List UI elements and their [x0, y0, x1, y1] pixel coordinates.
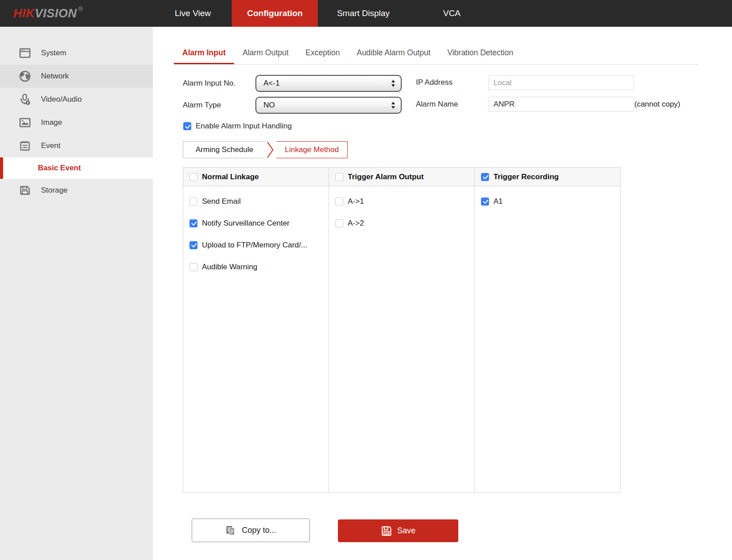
- linkage-table-body: Send Email Notify Surveillance Center Up…: [183, 186, 620, 492]
- notepad-icon: [19, 140, 31, 152]
- row-label: A1: [493, 197, 503, 206]
- header-label: Trigger Alarm Output: [348, 173, 424, 181]
- ip-address-label: IP Address: [416, 74, 452, 91]
- registered-mark: ®: [78, 5, 83, 12]
- alarm-type-select[interactable]: NO: [255, 97, 402, 114]
- enable-alarm-input-handling-row: Enable Alarm Input Handling: [183, 122, 292, 131]
- row-label: Send Email: [202, 197, 241, 206]
- a2-output-checkbox[interactable]: [335, 219, 343, 227]
- sidebar-item-storage[interactable]: Storage: [0, 179, 153, 202]
- a1-recording-checkbox[interactable]: [481, 198, 489, 206]
- alarm-tabbar: Alarm Input Alarm Output Exception Audib…: [174, 42, 699, 65]
- logo-vision: VISION: [35, 7, 77, 21]
- row-audible-warning: Audible Warning: [183, 256, 329, 278]
- select-stepper-icon: [391, 101, 395, 109]
- sidebar-label: Network: [41, 72, 69, 81]
- system-window-icon: [19, 47, 31, 59]
- row-label: A->2: [348, 219, 364, 228]
- enable-alarm-input-handling-checkbox[interactable]: [183, 122, 191, 130]
- row-a2-output: A->2: [329, 212, 474, 234]
- row-label: Notify Surveillance Center: [202, 219, 290, 228]
- sidebar-item-video-audio[interactable]: Video/Audio: [0, 88, 153, 111]
- sidebar-item-system[interactable]: System: [0, 41, 153, 65]
- alarm-name-label: Alarm Name: [416, 96, 458, 113]
- linkage-table-header: Normal Linkage Trigger Alarm Output Trig…: [183, 168, 620, 186]
- row-notify-surveillance-center: Notify Surveillance Center: [183, 212, 329, 234]
- sidebar-label: Event: [41, 141, 60, 150]
- notify-surveillance-center-checkbox[interactable]: [189, 219, 197, 227]
- audible-warning-checkbox[interactable]: [189, 263, 197, 271]
- save-label: Save: [397, 526, 415, 535]
- alarm-type-label: Alarm Type: [183, 97, 221, 114]
- subtab-linkage-method[interactable]: Linkage Method: [276, 141, 348, 158]
- sidebar-label: System: [41, 49, 66, 58]
- header-trigger-recording: Trigger Recording: [475, 168, 620, 186]
- nav-vca[interactable]: VCA: [409, 0, 495, 27]
- cannot-copy-note: (cannot copy): [634, 97, 680, 111]
- normal-linkage-checkbox[interactable]: [189, 173, 197, 181]
- logo-hik: HIK: [13, 7, 35, 21]
- alarm-name-input[interactable]: [489, 97, 634, 111]
- a1-output-checkbox[interactable]: [335, 198, 343, 206]
- sidebar-item-image[interactable]: Image: [0, 111, 153, 134]
- trigger-recording-checkbox[interactable]: [481, 173, 489, 181]
- row-upload-to-ftp: Upload to FTP/Memory Card/...: [183, 234, 329, 256]
- microphone-icon: [19, 93, 31, 106]
- sidebar-item-event[interactable]: Event: [0, 134, 153, 157]
- nav-smart-display[interactable]: Smart Display: [318, 0, 409, 27]
- floppy-disk-icon: [19, 184, 31, 197]
- alarm-input-no-value: A<-1: [263, 79, 391, 88]
- chevron-right-icon: [266, 141, 276, 158]
- globe-icon: [19, 70, 31, 82]
- header-label: Trigger Recording: [493, 173, 559, 181]
- enable-alarm-input-handling-label: Enable Alarm Input Handling: [196, 122, 292, 131]
- row-label: Upload to FTP/Memory Card/...: [202, 241, 307, 250]
- sidebar-label: Video/Audio: [41, 95, 82, 104]
- row-a1-output: A->1: [329, 190, 474, 212]
- header-trigger-alarm-output: Trigger Alarm Output: [329, 168, 475, 186]
- upload-to-ftp-checkbox[interactable]: [189, 241, 197, 249]
- trigger-alarm-output-column: A->1 A->2: [329, 186, 475, 492]
- row-label: A->1: [348, 197, 364, 206]
- trigger-recording-column: A1: [475, 186, 620, 492]
- nav-live-view[interactable]: Live View: [154, 0, 232, 27]
- alarm-input-no-select[interactable]: A<-1: [255, 75, 402, 92]
- hikvision-config-page: HIKVISION® Live View Configuration Smart…: [0, 0, 732, 560]
- copy-icon: [225, 525, 237, 536]
- top-nav: HIKVISION® Live View Configuration Smart…: [0, 0, 732, 27]
- ip-address-input[interactable]: [489, 75, 634, 90]
- tab-alarm-output[interactable]: Alarm Output: [234, 42, 297, 64]
- sidebar: System Network Video/Audio Image Event: [0, 27, 153, 560]
- sidebar-label: Storage: [41, 186, 68, 195]
- tab-vibration-detection[interactable]: Vibration Detection: [439, 42, 522, 64]
- image-icon: [19, 116, 31, 129]
- save-icon: [381, 525, 392, 537]
- schedule-linkage-subtabs: Arming Schedule Linkage Method: [183, 141, 348, 158]
- hikvision-logo: HIKVISION®: [0, 0, 154, 27]
- trigger-alarm-output-checkbox[interactable]: [335, 173, 343, 181]
- header-label: Normal Linkage: [202, 173, 259, 181]
- top-nav-menu: Live View Configuration Smart Display VC…: [154, 0, 495, 27]
- linkage-method-table: Normal Linkage Trigger Alarm Output Trig…: [183, 167, 621, 493]
- tab-exception[interactable]: Exception: [297, 42, 348, 64]
- alarm-type-value: NO: [263, 101, 391, 110]
- send-email-checkbox[interactable]: [189, 198, 197, 206]
- alarm-input-no-label: Alarm Input No.: [183, 75, 235, 92]
- tab-audible-alarm-output[interactable]: Audible Alarm Output: [348, 42, 439, 64]
- row-a1-recording: A1: [475, 190, 620, 212]
- tab-alarm-input[interactable]: Alarm Input: [174, 42, 234, 64]
- row-label: Audible Warning: [202, 263, 257, 272]
- copy-to-button[interactable]: Copy to...: [192, 519, 310, 542]
- header-normal-linkage: Normal Linkage: [183, 168, 329, 186]
- select-stepper-icon: [391, 79, 395, 87]
- save-button[interactable]: Save: [338, 519, 458, 542]
- sidebar-label: Image: [41, 118, 62, 127]
- normal-linkage-column: Send Email Notify Surveillance Center Up…: [183, 186, 329, 492]
- sidebar-item-network[interactable]: Network: [0, 65, 153, 88]
- copy-to-label: Copy to...: [242, 526, 276, 535]
- nav-configuration[interactable]: Configuration: [232, 0, 318, 27]
- row-send-email: Send Email: [183, 190, 329, 212]
- subtab-arming-schedule[interactable]: Arming Schedule: [183, 141, 266, 158]
- sidebar-label: Basic Event: [38, 164, 81, 173]
- sidebar-item-basic-event[interactable]: Basic Event: [0, 157, 153, 179]
